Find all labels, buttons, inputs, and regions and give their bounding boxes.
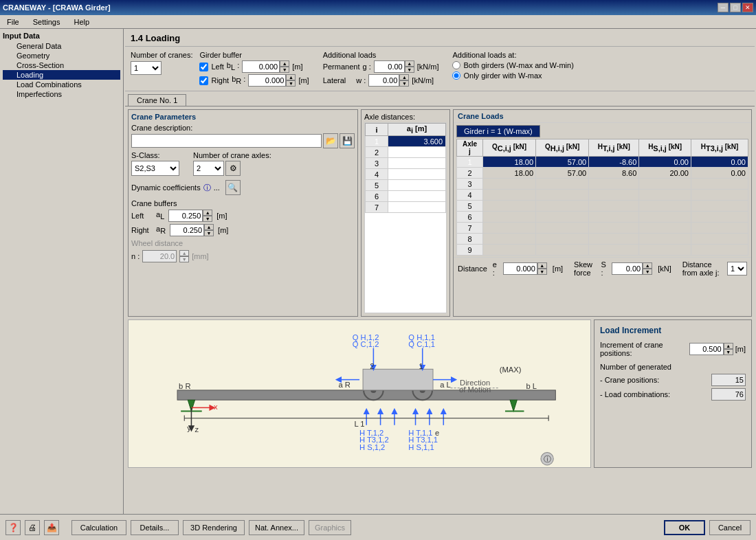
bR-label: bR :	[232, 75, 245, 85]
loads-row-9[interactable]: 9	[457, 245, 748, 256]
e-spinner[interactable]: ▲ ▼	[503, 262, 547, 275]
3d-rendering-button[interactable]: 3D Rendering	[183, 520, 245, 535]
crane-loads-table-container[interactable]: Axlej QC,i,j [kN] QH,i,j [kN] HT,i,j [kN…	[456, 139, 748, 256]
cancel-button[interactable]: Cancel	[709, 520, 751, 535]
loads-row-4[interactable]: 4	[457, 190, 748, 201]
aR-up[interactable]: ▲	[204, 224, 214, 230]
radio-both-girders[interactable]: Both girders (W-max and W-min)	[452, 61, 573, 69]
s-up[interactable]: ▲	[643, 262, 652, 269]
e-up[interactable]: ▲	[537, 262, 547, 269]
close-button[interactable]: ✕	[742, 3, 753, 12]
aL-up[interactable]: ▲	[203, 210, 212, 216]
crane-pos-down[interactable]: ▼	[724, 349, 733, 355]
loads-row-8[interactable]: 8	[457, 234, 748, 245]
dist-axle-select[interactable]: 12	[727, 262, 747, 275]
s-input[interactable]	[612, 262, 643, 275]
col-ht: HT,i,j [kN]	[589, 139, 639, 157]
g-input[interactable]	[374, 60, 405, 73]
sclass-select[interactable]: S2,S3	[131, 161, 179, 176]
sidebar-item-geometry[interactable]: Geometry	[3, 51, 120, 60]
sidebar-item-loading[interactable]: Loading	[3, 70, 120, 80]
s-spinner[interactable]: ▲ ▼	[612, 262, 652, 275]
toolbar-icon3[interactable]: 📤	[44, 520, 59, 535]
nat-annex-button[interactable]: Nat. Annex...	[249, 520, 304, 535]
menu-help[interactable]: Help	[69, 17, 93, 27]
axle-row-7[interactable]: 7	[366, 202, 446, 213]
details-button[interactable]: Details...	[131, 520, 179, 535]
aR-input[interactable]	[170, 224, 204, 236]
g-spinner[interactable]: ▲ ▼	[374, 60, 414, 73]
axle-row-2[interactable]: 2	[366, 147, 446, 158]
desc-icon2[interactable]: 💾	[340, 133, 355, 148]
axle-row-1[interactable]: 1 3.600	[366, 136, 446, 147]
num-cranes-select[interactable]: 1234	[131, 61, 162, 75]
menu-settings[interactable]: Settings	[29, 17, 65, 27]
bR-spinner[interactable]: ▲ ▼	[248, 74, 296, 87]
minimize-button[interactable]: ─	[718, 3, 729, 12]
bL-spinner[interactable]: ▲ ▼	[242, 60, 289, 73]
bR-down[interactable]: ▼	[286, 80, 296, 87]
aL-spinner[interactable]: ▲ ▼	[168, 210, 212, 222]
axle-table-container[interactable]: i ai [m] 1 3.600 2	[364, 122, 447, 313]
w-spinner[interactable]: ▲ ▼	[368, 74, 409, 87]
calculation-button[interactable]: Calculation	[71, 520, 126, 535]
loads-row-5[interactable]: 5	[457, 201, 748, 212]
aR-spinner[interactable]: ▲ ▼	[170, 224, 214, 236]
w-up[interactable]: ▲	[399, 74, 409, 80]
crane-pos-up[interactable]: ▲	[724, 343, 733, 349]
w-down[interactable]: ▼	[399, 80, 409, 87]
s-label: S :	[601, 260, 606, 277]
axles-icon[interactable]: ⚙	[225, 161, 241, 176]
bL-input[interactable]	[242, 60, 280, 73]
description-input[interactable]	[131, 134, 322, 148]
loads-row-7[interactable]: 7	[457, 223, 748, 234]
axle-row-4[interactable]: 4	[366, 169, 446, 180]
svg-text:y: y	[187, 424, 191, 432]
sidebar-item-cross-section[interactable]: Cross-Section	[3, 60, 120, 70]
loads-row-3[interactable]: 3	[457, 179, 748, 190]
maximize-button[interactable]: □	[730, 3, 741, 12]
axle-row-6[interactable]: 6	[366, 191, 446, 202]
w-input[interactable]	[368, 74, 399, 87]
crane-pos-input[interactable]	[689, 343, 724, 355]
girder-tab[interactable]: Girder i = 1 (W-max)	[456, 125, 540, 137]
toolbar-icon1[interactable]: ❓	[5, 520, 21, 535]
aL-down[interactable]: ▼	[203, 216, 212, 222]
desc-icon1[interactable]: 📂	[323, 133, 338, 148]
loads-row-2[interactable]: 2 18.00 57.00 8.60 20.00 0.00	[457, 168, 748, 179]
left-checkbox[interactable]	[199, 63, 208, 71]
right-checkbox[interactable]	[199, 76, 208, 85]
sidebar-item-imperfections[interactable]: Imperfections	[3, 89, 120, 99]
bR-input[interactable]	[248, 74, 286, 87]
crane-tab-1[interactable]: Crane No. 1	[128, 94, 186, 106]
dynamic-coeff-btn[interactable]: 🔍	[225, 180, 241, 195]
loads-row-6[interactable]: 6	[457, 212, 748, 223]
aR-down[interactable]: ▼	[204, 230, 214, 236]
sidebar-item-general-data[interactable]: General Data	[3, 41, 120, 51]
axle-row-5[interactable]: 5	[366, 180, 446, 191]
loads-row-1[interactable]: 1 18.00 57.00 -8.60 0.00 0.00	[457, 157, 748, 168]
loads-cell-1-qh: 57.00	[536, 157, 589, 168]
bL-down[interactable]: ▼	[280, 67, 289, 73]
ok-button[interactable]: OK	[664, 520, 705, 535]
radio-both-input[interactable]	[452, 61, 460, 69]
radio-only-input[interactable]	[452, 71, 460, 80]
bottom-right-buttons: OK Cancel	[664, 520, 751, 535]
toolbar-icon2[interactable]: 🖨	[25, 520, 40, 535]
graphics-button[interactable]: Graphics	[309, 520, 351, 535]
aL-input[interactable]	[168, 210, 203, 222]
e-input[interactable]	[503, 262, 537, 275]
s-down[interactable]: ▼	[643, 269, 652, 275]
g-down[interactable]: ▼	[405, 67, 414, 73]
g-up[interactable]: ▲	[405, 60, 414, 67]
girder-tab-bar: Girder i = 1 (W-max)	[454, 123, 751, 137]
sidebar-item-load-combinations[interactable]: Load Combinations	[3, 80, 120, 89]
e-down[interactable]: ▼	[537, 269, 547, 275]
radio-only-girder[interactable]: Only girder with W-max	[452, 71, 573, 80]
menu-file[interactable]: File	[3, 17, 23, 27]
bR-up[interactable]: ▲	[286, 74, 296, 80]
axle-row-3[interactable]: 3	[366, 158, 446, 169]
bL-up[interactable]: ▲	[280, 60, 289, 67]
axles-select[interactable]: 234	[193, 161, 224, 176]
crane-pos-spinner[interactable]: ▲ ▼	[689, 343, 733, 355]
